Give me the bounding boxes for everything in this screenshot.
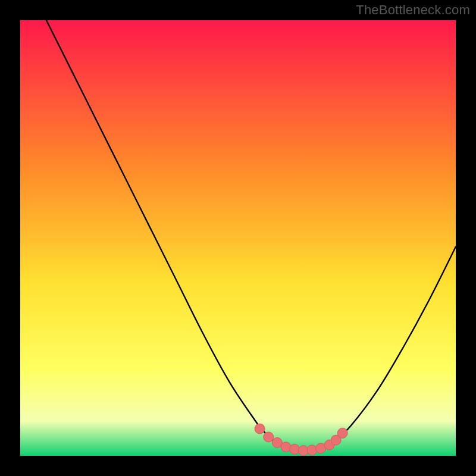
watermark-text: TheBottleneck.com [356, 2, 470, 18]
marker-dot [264, 432, 274, 442]
marker-dot [307, 445, 317, 455]
chart-frame: TheBottleneck.com [0, 0, 476, 476]
marker-dot [337, 428, 347, 438]
gradient-background [20, 20, 456, 456]
bottleneck-chart [20, 20, 456, 456]
marker-dot [255, 424, 265, 434]
plot-area [20, 20, 456, 456]
